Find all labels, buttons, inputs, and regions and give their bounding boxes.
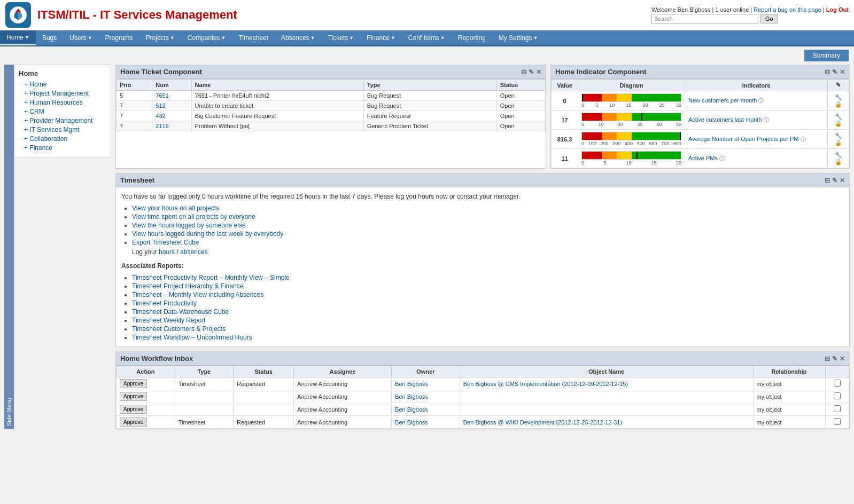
wf-icon3[interactable]: ✕ (840, 355, 845, 363)
ticket-link[interactable]: 512 (156, 103, 165, 109)
approve-button[interactable]: Approve (120, 418, 147, 427)
nav-item-reporting[interactable]: Reporting (452, 31, 492, 45)
timesheet-link[interactable]: View the hours logged by someone else (132, 222, 246, 229)
indicator-link[interactable]: Active PMs (688, 155, 718, 161)
sidebar-link-provider-management[interactable]: + Provider Management (24, 117, 106, 124)
indicator-panel-title: Home Indicator Component (555, 68, 646, 76)
report-link[interactable]: Timesheet Project Hierarchy & Finance (132, 282, 243, 290)
sidebar-link-finance[interactable]: + Finance (24, 144, 106, 152)
nav-item-home[interactable]: Home ▼ (0, 30, 36, 45)
nav-item-bugs[interactable]: Bugs (36, 31, 63, 45)
sidebar-link-project-management[interactable]: + Project Management (24, 90, 106, 97)
indicator-icon3[interactable]: ✕ (840, 68, 845, 76)
object-link[interactable]: Ben Bigboss @ WIKI Development (2012-12-… (463, 419, 622, 426)
indicator-link[interactable]: New customers per month (688, 97, 757, 104)
sidebar-link-collaboration[interactable]: + Collaboration (24, 135, 106, 143)
table-row: Approve Andrew Accounting Ben Bigboss my… (117, 390, 849, 403)
indicator-link[interactable]: Active customers last month (688, 116, 762, 123)
workflow-panel-title: Home Workflow Inbox (120, 355, 193, 363)
nav-item-projects[interactable]: Projects ▼ (139, 31, 181, 45)
search-input[interactable] (651, 14, 758, 23)
ts-icon3[interactable]: ✕ (840, 177, 845, 184)
nav-item-my-settings[interactable]: My Settings ▼ (492, 31, 545, 45)
nav-item-users[interactable]: Users ▼ (63, 31, 98, 45)
wf-icon2[interactable]: ✎ (832, 355, 837, 363)
approve-button[interactable]: Approve (120, 405, 147, 414)
report-link[interactable]: Timesheet Customers & Projects (132, 325, 226, 333)
summary-button[interactable]: Summary (804, 50, 849, 61)
indicator-panel-icons: ⊟ ✎ ✕ (825, 68, 845, 76)
row-checkbox[interactable] (834, 405, 841, 412)
indicator-value: 816.3 (552, 130, 578, 149)
table-row: 17 01020304050 Active customers last mon… (552, 111, 849, 130)
approve-button[interactable]: Approve (120, 379, 147, 388)
row-checkbox[interactable] (834, 418, 841, 425)
absences-link[interactable]: absences (180, 248, 207, 256)
name-cell: Problem Without ]po[ (191, 121, 363, 131)
col-diagram: Diagram (578, 80, 685, 91)
report-link[interactable]: Timesheet Productivity Report – Monthly … (132, 274, 290, 281)
ticket-panel-icon3[interactable]: ✕ (536, 68, 541, 76)
owner-link[interactable]: Ben Bigboss (395, 419, 428, 426)
owner-link[interactable]: Ben Bigboss (395, 406, 428, 413)
nav-item-programs[interactable]: Programs (99, 31, 139, 45)
row-checkbox[interactable] (834, 380, 841, 387)
report-link[interactable]: Timesheet – Monthly View including Absen… (132, 291, 263, 298)
logout-link[interactable]: Log Out (826, 6, 849, 13)
timesheet-link[interactable]: View hours logged during the last week b… (132, 230, 283, 238)
num-cell: 432 (152, 111, 191, 121)
indicator-value: 0 (552, 91, 578, 111)
report-link[interactable]: Timesheet Productivity (132, 300, 197, 307)
indicator-icon1[interactable]: ⊟ (825, 68, 830, 76)
wf-icon1[interactable]: ⊟ (825, 355, 830, 363)
wrench-icon[interactable]: 🔧 (835, 152, 842, 158)
wrench-icon[interactable]: 🔧 (835, 132, 842, 139)
ticket-link[interactable]: 7651 (156, 92, 168, 99)
timesheet-link[interactable]: View time spent on all projects by every… (132, 213, 255, 220)
nav-item-absences[interactable]: Absences ▼ (275, 31, 322, 45)
timesheet-panel-title: Timesheet (120, 176, 154, 184)
indicator-diagram: 01020304050 (578, 111, 685, 130)
timesheet-link[interactable]: View your hours on all projects (132, 204, 219, 212)
hours-link[interactable]: hours (159, 248, 175, 256)
ticket-link[interactable]: 2116 (156, 123, 168, 129)
report-link[interactable]: Timesheet Data-Warehouse Cube (132, 308, 229, 316)
approve-button[interactable]: Approve (120, 392, 147, 401)
ticket-panel-icon2[interactable]: ✎ (529, 68, 534, 76)
sidebar-link-it-services-mgmt[interactable]: + IT Services Mgmt (24, 126, 106, 133)
object-link[interactable]: Ben Bigboss @ CMS Implementation (2012-1… (463, 381, 628, 387)
ticket-panel-icon1[interactable]: ⊟ (521, 68, 526, 76)
wrench-icon[interactable]: 🔧 (835, 113, 842, 120)
report-link[interactable]: Timesheet Weekly Report (132, 317, 205, 324)
nav-item-timesheet[interactable]: Timesheet (232, 31, 275, 45)
timesheet-link[interactable]: Export Timesheet Cube (132, 239, 199, 246)
sidebar-link-human-resources[interactable]: + Human Resources (24, 99, 106, 106)
nav-arrow: ▼ (221, 35, 226, 41)
sidebar-section: + IT Services Mgmt (19, 126, 106, 133)
ts-icon2[interactable]: ✎ (832, 177, 837, 184)
list-item: View time spent on all projects by every… (132, 213, 844, 220)
num-cell: 512 (152, 101, 191, 111)
nav-item-conf-items[interactable]: Conf Items ▼ (402, 31, 452, 45)
ticket-link[interactable]: 432 (156, 113, 165, 119)
indicator-link[interactable]: Average Number of Open Projects per PM (688, 136, 798, 142)
list-item: Timesheet Productivity Report – Monthly … (132, 274, 844, 281)
table-row: 11 05101520 Active PMs ⓘ 🔧 🔒 (552, 149, 849, 168)
nav-item-tickets[interactable]: Tickets ▼ (322, 31, 360, 45)
row-checkbox[interactable] (834, 392, 841, 399)
owner-link[interactable]: Ben Bigboss (395, 393, 428, 400)
indicator-icon2[interactable]: ✎ (832, 68, 837, 76)
timesheet-panel-header: Timesheet ⊟ ✎ ✕ (116, 174, 849, 187)
gauge-labels: 01020304050 (581, 122, 681, 127)
wrench-icon[interactable]: 🔧 (835, 94, 842, 100)
indicator-diagram: 0100200300400500600700800 (578, 130, 685, 149)
search-button[interactable]: Go (760, 14, 778, 23)
owner-link[interactable]: Ben Bigboss (395, 381, 428, 387)
sidebar-link-crm[interactable]: + CRM (24, 108, 106, 115)
nav-item-companies[interactable]: Companies ▼ (181, 31, 232, 45)
nav-item-finance[interactable]: Finance ▼ (360, 31, 402, 45)
sidebar-link-home[interactable]: + Home (24, 81, 106, 88)
report-bug-link[interactable]: Report a bug on this page (754, 6, 821, 13)
ts-icon1[interactable]: ⊟ (825, 177, 830, 184)
report-link[interactable]: Timesheet Workflow – Unconfirmed Hours (132, 334, 252, 341)
